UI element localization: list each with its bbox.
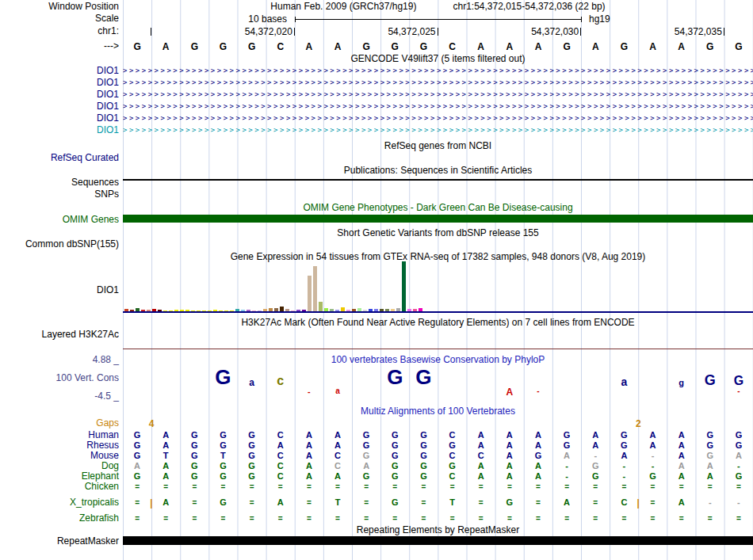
gtex-bar[interactable] [385, 309, 389, 311]
gencode-item-label[interactable]: DIO1 [0, 78, 119, 88]
gtex-bar[interactable] [169, 310, 173, 311]
base-letter: G [724, 41, 753, 52]
gtex-bar[interactable] [141, 310, 145, 311]
gtex-bar[interactable] [341, 307, 345, 311]
gtex-bar[interactable] [274, 308, 278, 311]
gtex-bar[interactable] [241, 310, 245, 311]
gtex-bar[interactable] [285, 309, 289, 311]
gtex-bar[interactable] [235, 309, 239, 311]
alignment-base: A [524, 440, 552, 451]
gtex-bar[interactable] [319, 302, 323, 311]
gtex-bar[interactable] [230, 310, 234, 311]
phylop-track-label[interactable]: 100 Vert. Cons [0, 373, 119, 383]
gtex-bar[interactable] [374, 309, 378, 311]
gtex-bar[interactable] [158, 310, 162, 311]
gtex-bar[interactable] [396, 308, 400, 311]
omim-genes-label[interactable]: OMIM Genes [0, 215, 119, 225]
alignment-base: A [295, 430, 323, 440]
gtex-bar[interactable] [208, 310, 212, 311]
gencode-item-label[interactable]: DIO1 [0, 113, 119, 124]
gtex-bar[interactable] [419, 308, 422, 311]
gencode-transcript[interactable]: >>>>>>>>>>>>>>>>>>>>>>>>>>>>>>>>>>>>>>>>… [123, 66, 753, 76]
gtex-bar[interactable] [180, 310, 184, 311]
gtex-bar[interactable] [247, 310, 250, 311]
gtex-bar[interactable] [330, 309, 334, 311]
gtex-bar[interactable] [357, 308, 361, 311]
gencode-transcript[interactable]: >>>>>>>>>>>>>>>>>>>>>>>>>>>>>>>>>>>>>>>>… [123, 90, 753, 100]
gtex-bar[interactable] [308, 276, 312, 311]
ruler-tick-label: 54,372,020 [245, 26, 292, 37]
gtex-bar[interactable] [413, 309, 417, 311]
sequences-label[interactable]: Sequences [0, 177, 119, 188]
phylop-max-label: 4.88 _ [0, 355, 119, 365]
gtex-bar[interactable] [391, 309, 395, 311]
alignment-base: G [552, 440, 581, 451]
species-label[interactable]: Chicken [0, 482, 119, 492]
phylop-glyph: g [667, 379, 696, 387]
gtex-bar[interactable] [258, 310, 262, 311]
gtex-bar[interactable] [202, 310, 206, 311]
common-dbsnp-label[interactable]: Common dbSNP(155) [0, 239, 119, 250]
gtex-bar[interactable] [224, 310, 228, 311]
gtex-bar[interactable] [263, 309, 267, 311]
gencode-transcript[interactable]: >>>>>>>>>>>>>>>>>>>>>>>>>>>>>>>>>>>>>>>>… [123, 78, 753, 88]
gencode-item-label[interactable]: DIO1 [0, 66, 119, 76]
gtex-bar[interactable] [163, 310, 167, 311]
repeatmasker-bar[interactable] [123, 536, 753, 545]
gtex-bar[interactable] [152, 309, 156, 311]
gtex-bar[interactable] [191, 310, 195, 311]
gtex-bar[interactable] [185, 310, 189, 311]
gtex-bar[interactable] [380, 309, 384, 311]
gtex-bar[interactable] [291, 310, 295, 311]
gtex-bar[interactable] [335, 310, 339, 311]
alignment-base: = [295, 497, 323, 508]
species-label[interactable]: Zebrafish [0, 513, 119, 524]
alignment-base: A [610, 451, 638, 461]
gtex-bar[interactable] [346, 310, 350, 311]
gencode-item-label[interactable]: DIO1 [0, 90, 119, 100]
alignment-base: = [323, 482, 352, 492]
sequences-track-item[interactable] [123, 179, 753, 181]
gtex-bar[interactable] [252, 310, 256, 311]
gtex-bar[interactable] [269, 308, 273, 311]
gtex-bar[interactable] [407, 309, 411, 311]
gtex-bar[interactable] [136, 308, 140, 311]
omim-gene-bar[interactable] [123, 215, 753, 223]
gtex-bar[interactable] [213, 310, 217, 311]
gtex-bar[interactable] [352, 309, 356, 311]
gtex-bar[interactable] [147, 310, 151, 311]
gencode-item-label[interactable]: DIO1 [0, 125, 119, 135]
gtex-bar[interactable] [363, 310, 367, 311]
gtex-bar[interactable] [124, 309, 128, 311]
gencode-transcript[interactable]: >>>>>>>>>>>>>>>>>>>>>>>>>>>>>>>>>>>>>>>>… [123, 113, 753, 124]
repeatmasker-label[interactable]: RepeatMasker [0, 536, 119, 547]
alignment-base: = [438, 482, 467, 492]
gaps-row-label[interactable]: Gaps [0, 418, 119, 429]
gtex-bar[interactable] [402, 261, 406, 311]
refseq-curated-label[interactable]: RefSeq Curated [0, 153, 119, 163]
alignment-base: G [638, 471, 667, 482]
gtex-bar[interactable] [296, 310, 300, 311]
gtex-bar[interactable] [313, 266, 317, 311]
gtex-gene-label[interactable]: DIO1 [0, 285, 119, 295]
gencode-transcript[interactable]: >>>>>>>>>>>>>>>>>>>>>>>>>>>>>>>>>>>>>>>>… [123, 101, 753, 112]
snps-label[interactable]: SNPs [0, 189, 119, 200]
gencode-item-label[interactable]: DIO1 [0, 101, 119, 112]
gtex-bar[interactable] [197, 310, 201, 311]
ruler-tick [580, 28, 581, 36]
gtex-bar[interactable] [302, 310, 306, 311]
gtex-bar[interactable] [369, 309, 373, 311]
species-label[interactable]: X_tropicalis [0, 497, 119, 508]
gtex-bar[interactable] [174, 310, 178, 311]
gtex-bar[interactable] [219, 310, 223, 311]
phylop-min-label: -4.5 _ [0, 391, 119, 402]
alignment-base: = [667, 513, 696, 524]
base-letter: A [295, 41, 323, 52]
gtex-bar[interactable] [130, 310, 134, 311]
gtex-bar[interactable] [324, 308, 328, 311]
gencode-transcript[interactable]: >>>>>>>>>>>>>>>>>>>>>>>>>>>>>>>>>>>>>>>>… [123, 125, 753, 135]
alignment-base: = [208, 513, 237, 524]
layered-h3k27ac-label[interactable]: Layered H3K27Ac [0, 330, 119, 340]
alignment-base: G [581, 471, 610, 482]
gtex-bar[interactable] [280, 307, 284, 311]
